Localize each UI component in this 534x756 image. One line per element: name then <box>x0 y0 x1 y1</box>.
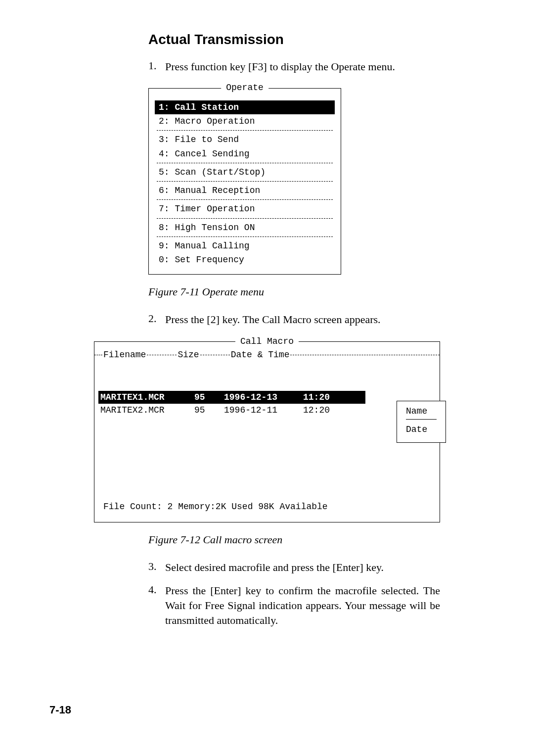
step-3: 3. Select desired macrofile and press th… <box>148 560 440 575</box>
step-3-number: 3. <box>148 560 165 575</box>
step-1-text: Press function key [F3] to display the O… <box>165 59 440 74</box>
call-macro-legend: Call Macro <box>235 335 299 347</box>
operate-item-scan[interactable]: 5: Scan (Start/Stop) <box>155 165 335 179</box>
operate-item-cancel-sending[interactable]: 4: Cancel Sending <box>155 147 335 161</box>
call-macro-status: File Count: 2 Memory:2K Used 98K Availab… <box>98 501 436 513</box>
operate-item-manual-reception[interactable]: 6: Manual Reception <box>155 184 335 197</box>
operate-item-set-frequency[interactable]: 0: Set Frequency <box>155 253 335 267</box>
menu-divider <box>157 163 333 163</box>
file-size: 95 <box>194 404 224 416</box>
macro-file-row[interactable]: MARITEX2.MCR 95 1996-12-11 12:20 <box>98 404 436 417</box>
section-heading: Actual Transmission <box>148 32 440 47</box>
file-name: MARITEX1.MCR <box>100 391 194 403</box>
sort-legend-box: Name Date <box>397 401 446 443</box>
menu-divider <box>157 199 333 200</box>
step-3-text: Select desired macrofile and press the [… <box>165 560 440 575</box>
operate-item-high-tension[interactable]: 8: High Tension ON <box>155 221 335 235</box>
call-macro-frame: Call Macro Filename Size Date & Time MAR… <box>94 341 440 522</box>
operate-item-call-station[interactable]: 1: Call Station <box>155 100 335 114</box>
file-size: 95 <box>194 391 224 403</box>
file-time: 11:20 <box>303 391 343 403</box>
step-1: 1. Press function key [F3] to display th… <box>148 59 440 74</box>
operate-legend: Operate <box>221 82 268 94</box>
file-name: MARITEX2.MCR <box>100 404 194 416</box>
operate-item-manual-calling[interactable]: 9: Manual Calling <box>155 239 335 253</box>
col-filename: Filename <box>102 349 147 361</box>
menu-divider <box>157 181 333 182</box>
file-time: 12:20 <box>303 404 343 416</box>
page-number: 7-18 <box>49 704 71 716</box>
figure-7-12-caption: Figure 7-12 Call macro screen <box>148 533 440 546</box>
step-2-number: 2. <box>148 312 165 327</box>
operate-item-timer-operation[interactable]: 7: Timer Operation <box>155 202 335 216</box>
macro-file-row[interactable]: MARITEX1.MCR 95 1996-12-13 11:20 <box>98 391 365 404</box>
step-1-number: 1. <box>148 59 165 74</box>
sort-date-label: Date <box>406 425 437 434</box>
menu-divider <box>157 236 333 237</box>
sort-name-label: Name <box>406 406 437 416</box>
operate-menu-frame: Operate 1: Call Station 2: Macro Operati… <box>148 88 341 275</box>
step-4: 4. Press the [Enter] key to confirm the … <box>148 583 440 627</box>
step-4-text: Press the [Enter] key to confirm the mac… <box>165 583 440 627</box>
operate-item-file-to-send[interactable]: 3: File to Send <box>155 133 335 146</box>
step-4-number: 4. <box>148 583 165 627</box>
step-2: 2. Press the [2] key. The Call Macro scr… <box>148 312 440 327</box>
operate-item-macro-operation[interactable]: 2: Macro Operation <box>155 114 335 128</box>
call-macro-column-header: Filename Size Date & Time <box>94 349 440 361</box>
col-datetime: Date & Time <box>230 349 291 361</box>
file-date: 1996-12-13 <box>224 391 303 403</box>
menu-divider <box>157 218 333 219</box>
step-2-text: Press the [2] key. The Call Macro screen… <box>165 312 440 327</box>
file-date: 1996-12-11 <box>224 404 303 416</box>
col-size: Size <box>177 349 200 361</box>
figure-7-11-caption: Figure 7-11 Operate menu <box>148 285 440 298</box>
menu-divider <box>157 130 333 131</box>
sort-divider <box>406 419 437 420</box>
